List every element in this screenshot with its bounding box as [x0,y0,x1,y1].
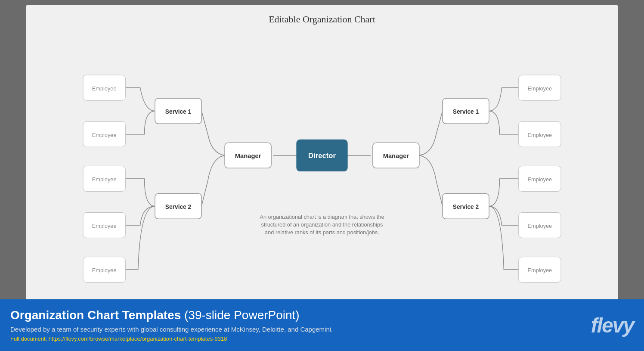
chart-title: Editable Organization Chart [269,14,375,25]
flevy-logo: flevy [591,314,634,337]
svg-text:Manager: Manager [383,152,409,159]
org-chart: Director Manager Manager Service 1 Servi… [30,33,614,295]
svg-text:Service 1: Service 1 [165,109,192,115]
svg-text:Employee: Employee [92,85,117,92]
footer-title-normal: (39-slide PowerPoint) [181,308,299,322]
svg-text:Employee: Employee [528,223,552,229]
svg-text:and relative ranks of its part: and relative ranks of its parts and posi… [265,229,379,236]
chart-area: Editable Organization Chart [26,5,618,299]
svg-text:Employee: Employee [92,132,117,138]
footer-subtitle: Developed by a team of security experts … [10,326,333,333]
svg-text:Employee: Employee [528,85,552,92]
svg-text:Employee: Employee [528,132,552,138]
svg-text:Director: Director [308,152,336,160]
footer-left: Organization Chart Templates (39-slide P… [10,308,333,342]
svg-text:An organizational chart is a d: An organizational chart is a diagram tha… [260,214,384,220]
org-chart-svg: Director Manager Manager Service 1 Servi… [30,33,614,295]
svg-text:Employee: Employee [528,267,552,273]
svg-text:Service 2: Service 2 [165,204,192,210]
svg-text:Employee: Employee [528,176,552,183]
svg-text:Employee: Employee [92,267,117,273]
svg-text:Employee: Employee [92,223,117,229]
svg-text:Manager: Manager [235,152,261,159]
footer-title-bold: Organization Chart Templates [10,308,181,322]
footer-bar: Organization Chart Templates (39-slide P… [0,299,644,351]
svg-text:Service 1: Service 1 [453,109,479,115]
footer-title: Organization Chart Templates (39-slide P… [10,308,333,322]
flevy-logo-text: flevy [591,314,634,337]
svg-text:Service 2: Service 2 [453,204,479,210]
main-container: Editable Organization Chart [0,0,644,351]
svg-text:structured of an organization : structured of an organization and the re… [261,221,383,228]
footer-link[interactable]: Full document: https://flevy.com/browse/… [10,335,333,342]
svg-text:Employee: Employee [92,176,117,183]
